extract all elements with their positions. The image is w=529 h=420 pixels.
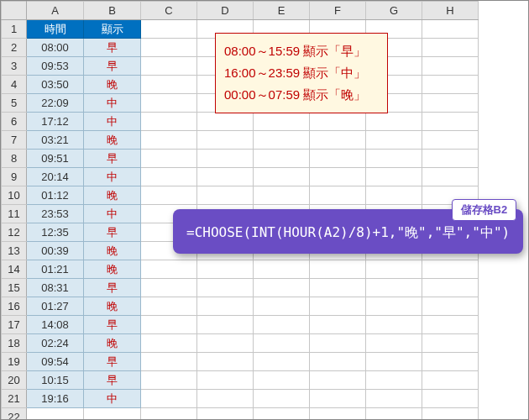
row-header-11[interactable]: 11: [2, 205, 27, 223]
cell-f10[interactable]: [310, 186, 366, 205]
col-header-g[interactable]: G: [366, 2, 422, 20]
cell-g14[interactable]: [366, 260, 422, 279]
select-all-corner[interactable]: [2, 2, 27, 20]
cell-f18[interactable]: [310, 334, 366, 353]
col-header-a[interactable]: A: [27, 2, 84, 20]
cell-f16[interactable]: [310, 297, 366, 316]
cell-e19[interactable]: [254, 353, 310, 371]
cell-e22[interactable]: [254, 408, 310, 421]
cell-h3[interactable]: [422, 57, 479, 76]
cell-b11[interactable]: 中: [84, 205, 141, 223]
cell-a9[interactable]: 20:14: [27, 168, 84, 186]
cell-c19[interactable]: [141, 353, 197, 371]
cell-d18[interactable]: [197, 334, 254, 353]
cell-h15[interactable]: [422, 279, 479, 297]
cell-b21[interactable]: 中: [84, 390, 141, 408]
cell-e17[interactable]: [254, 316, 310, 334]
cell-g16[interactable]: [366, 297, 422, 316]
cell-f9[interactable]: [310, 168, 366, 186]
cell-b16[interactable]: 晚: [84, 297, 141, 316]
cell-e9[interactable]: [254, 168, 310, 186]
cell-f7[interactable]: [310, 131, 366, 150]
cell-e15[interactable]: [254, 279, 310, 297]
cell-e10[interactable]: [254, 186, 310, 205]
row-header-20[interactable]: 20: [2, 371, 27, 390]
row-header-12[interactable]: 12: [2, 223, 27, 242]
cell-a12[interactable]: 12:35: [27, 223, 84, 242]
cell-a20[interactable]: 10:15: [27, 371, 84, 390]
row-header-16[interactable]: 16: [2, 297, 27, 316]
cell-b3[interactable]: 早: [84, 57, 141, 76]
cell-c10[interactable]: [141, 186, 197, 205]
cell-h22[interactable]: [422, 408, 479, 421]
row-header-5[interactable]: 5: [2, 94, 27, 113]
cell-g20[interactable]: [366, 371, 422, 390]
cell-h19[interactable]: [422, 353, 479, 371]
cell-d16[interactable]: [197, 297, 254, 316]
cell-a16[interactable]: 01:27: [27, 297, 84, 316]
cell-c14[interactable]: [141, 260, 197, 279]
cell-f20[interactable]: [310, 371, 366, 390]
cell-d7[interactable]: [197, 131, 254, 150]
cell-b7[interactable]: 晚: [84, 131, 141, 150]
cell-h1[interactable]: [422, 20, 479, 39]
cell-g7[interactable]: [366, 131, 422, 150]
cell-d19[interactable]: [197, 353, 254, 371]
cell-b17[interactable]: 早: [84, 316, 141, 334]
row-header-10[interactable]: 10: [2, 186, 27, 205]
cell-b14[interactable]: 晚: [84, 260, 141, 279]
cell-f15[interactable]: [310, 279, 366, 297]
cell-c5[interactable]: [141, 94, 197, 113]
row-header-4[interactable]: 4: [2, 76, 27, 94]
cell-a5[interactable]: 22:09: [27, 94, 84, 113]
row-header-1[interactable]: 1: [2, 20, 27, 39]
cell-a8[interactable]: 09:51: [27, 150, 84, 168]
row-header-17[interactable]: 17: [2, 316, 27, 334]
cell-f19[interactable]: [310, 353, 366, 371]
row-header-8[interactable]: 8: [2, 150, 27, 168]
cell-b1[interactable]: 顯示: [84, 20, 141, 39]
cell-h14[interactable]: [422, 260, 479, 279]
cell-f14[interactable]: [310, 260, 366, 279]
cell-b20[interactable]: 早: [84, 371, 141, 390]
cell-g19[interactable]: [366, 353, 422, 371]
row-header-2[interactable]: 2: [2, 39, 27, 57]
cell-c6[interactable]: [141, 113, 197, 131]
cell-d22[interactable]: [197, 408, 254, 421]
cell-b6[interactable]: 中: [84, 113, 141, 131]
cell-c3[interactable]: [141, 57, 197, 76]
cell-c17[interactable]: [141, 316, 197, 334]
cell-g21[interactable]: [366, 390, 422, 408]
cell-b10[interactable]: 晚: [84, 186, 141, 205]
cell-f21[interactable]: [310, 390, 366, 408]
cell-g9[interactable]: [366, 168, 422, 186]
cell-g10[interactable]: [366, 186, 422, 205]
cell-d9[interactable]: [197, 168, 254, 186]
cell-c15[interactable]: [141, 279, 197, 297]
cell-c9[interactable]: [141, 168, 197, 186]
cell-b19[interactable]: 早: [84, 353, 141, 371]
cell-e21[interactable]: [254, 390, 310, 408]
cell-a22[interactable]: [27, 408, 84, 421]
cell-a14[interactable]: 01:21: [27, 260, 84, 279]
cell-e7[interactable]: [254, 131, 310, 150]
row-header-9[interactable]: 9: [2, 168, 27, 186]
cell-g6[interactable]: [366, 113, 422, 131]
cell-a4[interactable]: 03:50: [27, 76, 84, 94]
cell-a13[interactable]: 00:39: [27, 242, 84, 260]
cell-b9[interactable]: 中: [84, 168, 141, 186]
cell-c20[interactable]: [141, 371, 197, 390]
cell-h4[interactable]: [422, 76, 479, 94]
cell-e20[interactable]: [254, 371, 310, 390]
cell-c16[interactable]: [141, 297, 197, 316]
cell-g8[interactable]: [366, 150, 422, 168]
row-header-6[interactable]: 6: [2, 113, 27, 131]
row-header-14[interactable]: 14: [2, 260, 27, 279]
cell-d20[interactable]: [197, 371, 254, 390]
row-header-13[interactable]: 13: [2, 242, 27, 260]
col-header-b[interactable]: B: [84, 2, 141, 20]
cell-e6[interactable]: [254, 113, 310, 131]
cell-a7[interactable]: 03:21: [27, 131, 84, 150]
row-header-3[interactable]: 3: [2, 57, 27, 76]
cell-c4[interactable]: [141, 76, 197, 94]
